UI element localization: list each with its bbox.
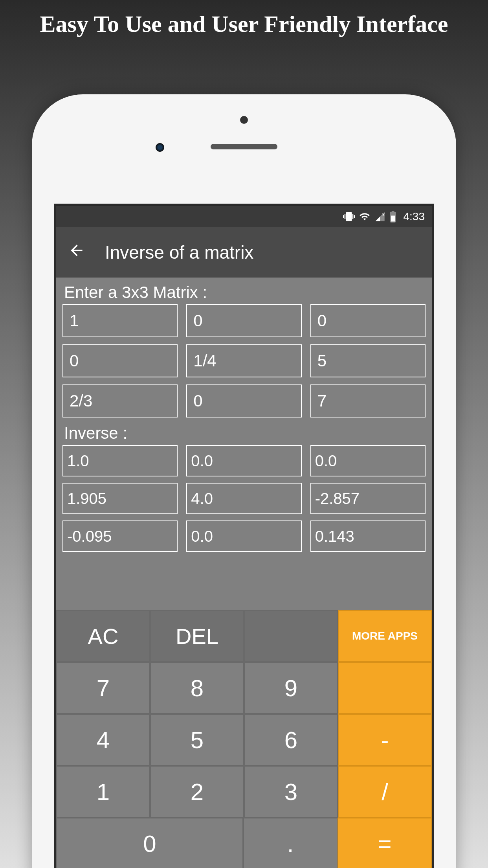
matrix-input-2-2[interactable]: 7 — [310, 384, 426, 417]
result-matrix-grid: 1.0 0.0 0.0 1.905 4.0 -2.857 -0.095 0.0 … — [62, 445, 426, 552]
keypad-8[interactable]: 8 — [150, 662, 244, 714]
phone-sensor-dot — [240, 116, 248, 124]
signal-icon: x — [374, 211, 385, 222]
result-1-2: -2.857 — [310, 483, 426, 514]
phone-camera — [156, 143, 164, 152]
keypad: AC DEL MORE APPS 7 8 9 4 5 6 - 1 2 3 — [56, 610, 432, 868]
matrix-input-1-0[interactable]: 0 — [62, 344, 178, 377]
keypad-6[interactable]: 6 — [244, 714, 338, 766]
keypad-5[interactable]: 5 — [150, 714, 244, 766]
keypad-3[interactable]: 3 — [244, 766, 338, 818]
promo-headline: Easy To Use and User Friendly Interface — [0, 0, 488, 42]
app-screen: x 4:33 Inverse of a matrix Enter a 3x3 M… — [54, 204, 434, 868]
keypad-slash[interactable]: / — [338, 766, 432, 818]
result-2-0: -0.095 — [62, 520, 178, 552]
vibrate-icon — [343, 211, 355, 223]
keypad-4[interactable]: 4 — [56, 714, 150, 766]
matrix-input-2-1[interactable]: 0 — [186, 384, 301, 417]
phone-speaker — [211, 144, 277, 149]
keypad-equals[interactable]: = — [338, 818, 432, 868]
matrix-input-1-2[interactable]: 5 — [310, 344, 426, 377]
result-label: Inverse : — [62, 421, 426, 445]
content-area: Enter a 3x3 Matrix : 1 0 0 0 1/4 5 2/3 0… — [56, 278, 432, 555]
keypad-empty — [244, 610, 338, 662]
result-0-0: 1.0 — [62, 445, 178, 476]
svg-text:x: x — [382, 211, 385, 217]
keypad-0[interactable]: 0 — [56, 818, 243, 868]
result-2-1: 0.0 — [186, 520, 301, 552]
del-button[interactable]: DEL — [150, 610, 244, 662]
keypad-dot[interactable]: . — [243, 818, 338, 868]
result-2-2: 0.143 — [310, 520, 426, 552]
keypad-9[interactable]: 9 — [244, 662, 338, 714]
status-bar: x 4:33 — [56, 206, 432, 227]
matrix-input-0-2[interactable]: 0 — [310, 304, 426, 337]
matrix-input-0-0[interactable]: 1 — [62, 304, 178, 337]
result-1-0: 1.905 — [62, 483, 178, 514]
ac-button[interactable]: AC — [56, 610, 150, 662]
matrix-input-2-0[interactable]: 2/3 — [62, 384, 178, 417]
app-bar: Inverse of a matrix — [56, 227, 432, 278]
keypad-1[interactable]: 1 — [56, 766, 150, 818]
input-matrix-grid: 1 0 0 0 1/4 5 2/3 0 7 — [62, 304, 426, 417]
result-0-1: 0.0 — [186, 445, 301, 476]
wifi-icon — [359, 211, 371, 222]
status-time: 4:33 — [404, 210, 425, 223]
input-matrix-label: Enter a 3x3 Matrix : — [62, 281, 426, 304]
phone-frame: x 4:33 Inverse of a matrix Enter a 3x3 M… — [32, 94, 456, 868]
result-0-2: 0.0 — [310, 445, 426, 476]
more-apps-button[interactable]: MORE APPS — [338, 610, 432, 662]
matrix-input-0-1[interactable]: 0 — [186, 304, 301, 337]
back-arrow-icon[interactable] — [64, 238, 89, 267]
keypad-2[interactable]: 2 — [150, 766, 244, 818]
matrix-input-1-1[interactable]: 1/4 — [186, 344, 301, 377]
keypad-op-empty[interactable] — [338, 662, 432, 714]
battery-icon — [389, 211, 396, 223]
keypad-minus[interactable]: - — [338, 714, 432, 766]
keypad-7[interactable]: 7 — [56, 662, 150, 714]
page-title: Inverse of a matrix — [105, 242, 253, 263]
result-1-1: 4.0 — [186, 483, 301, 514]
